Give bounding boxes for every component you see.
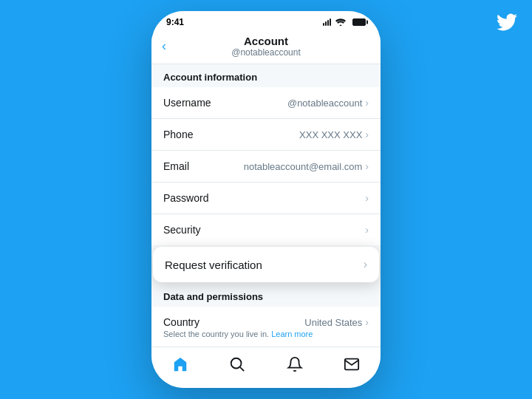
wifi-icon — [335, 18, 346, 26]
learn-more-link[interactable]: Learn more — [271, 330, 313, 338]
chevron-icon: › — [365, 160, 369, 172]
tab-search[interactable] — [223, 353, 251, 379]
chevron-icon: › — [365, 129, 369, 140]
svg-line-1 — [240, 367, 244, 371]
status-time: 9:41 — [166, 17, 184, 27]
tab-bar — [151, 347, 381, 388]
country-value: United States › — [304, 316, 369, 328]
chevron-icon: › — [365, 224, 369, 236]
username-item[interactable]: Username @notableaccount › — [151, 87, 381, 119]
tab-messages[interactable] — [338, 353, 366, 379]
country-sub: Select the country you live in. Learn mo… — [163, 330, 313, 338]
request-verification-item[interactable]: Request verification › — [153, 247, 379, 282]
username-label: Username — [163, 97, 211, 109]
phone-item[interactable]: Phone XXX XXX XXX › — [151, 119, 381, 151]
chevron-icon: › — [364, 258, 367, 271]
email-label: Email — [163, 160, 189, 172]
chevron-icon: › — [365, 316, 369, 328]
signal-icon — [323, 18, 331, 26]
account-info-section: Username @notableaccount › Phone XXX XXX… — [151, 87, 381, 245]
password-item[interactable]: Password › — [151, 183, 381, 214]
data-permissions-section: Country United States › Select the count… — [151, 307, 381, 347]
page-title: Account — [163, 35, 369, 47]
svg-point-0 — [231, 358, 242, 369]
country-item[interactable]: Country United States › Select the count… — [151, 307, 381, 347]
password-value: › — [365, 192, 369, 204]
email-value: notableaccount@email.com › — [244, 160, 369, 172]
account-info-header: Account information — [151, 64, 381, 87]
battery-icon — [352, 18, 366, 26]
email-item[interactable]: Email notableaccount@email.com › — [151, 151, 381, 183]
tab-home[interactable] — [166, 353, 194, 379]
username-value: @notableaccount › — [287, 97, 369, 109]
data-permissions-header: Data and permissions — [151, 284, 381, 307]
account-handle: @notableaccount — [163, 47, 369, 58]
phone-frame: 9:41 ‹ Account @notableaccount Account i… — [151, 11, 381, 388]
phone-value: XXX XXX XXX › — [299, 129, 369, 140]
status-bar: 9:41 — [151, 11, 381, 30]
nav-title: Account @notableaccount — [163, 35, 369, 58]
security-item[interactable]: Security › — [151, 214, 381, 245]
content-scroll: Account information Username @notableacc… — [151, 64, 381, 347]
request-verification-label: Request verification — [165, 259, 262, 271]
country-label: Country — [163, 316, 200, 328]
password-label: Password — [163, 192, 208, 204]
chevron-icon: › — [365, 97, 369, 109]
back-button[interactable]: ‹ — [162, 38, 166, 54]
twitter-logo — [497, 12, 517, 38]
status-icons — [323, 18, 366, 26]
tab-notifications[interactable] — [281, 353, 309, 379]
nav-header: ‹ Account @notableaccount — [151, 30, 381, 64]
security-label: Security — [163, 224, 201, 236]
phone-label: Phone — [163, 129, 193, 140]
security-value: › — [365, 224, 369, 236]
chevron-icon: › — [365, 192, 369, 204]
